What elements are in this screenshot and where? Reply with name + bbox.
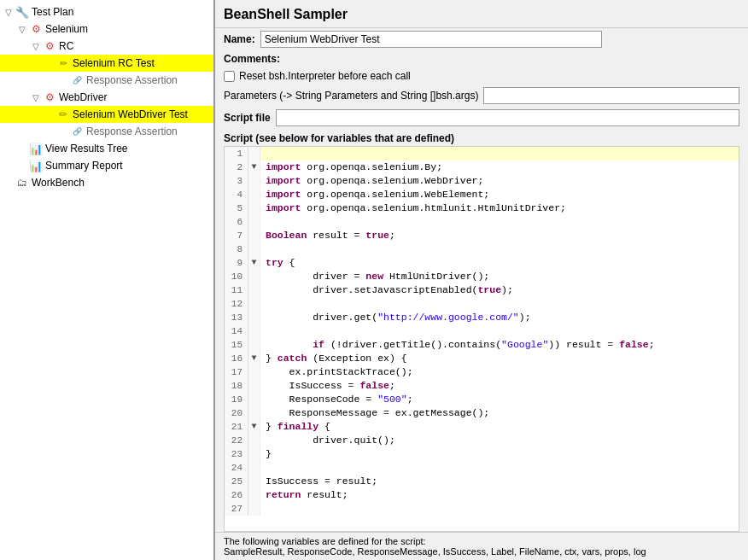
line-num-15: 15 <box>225 338 248 352</box>
code-line-21: 21 ▼ } finally { <box>225 420 739 434</box>
expand-icon-sr <box>17 160 27 171</box>
tree-label-selenium-rc-test: Selenium RC Test <box>73 57 155 69</box>
reset-checkbox[interactable] <box>224 71 235 82</box>
collapse-26 <box>248 488 260 502</box>
line-content-15: if (!driver.getTitle().contains("Google"… <box>260 338 655 352</box>
thread-icon-webdriver: ⚙ <box>43 90 56 104</box>
code-line-26: 26 return result; <box>225 488 739 502</box>
line-num-1: 1 <box>225 147 248 160</box>
collapse-5 <box>248 201 260 215</box>
assertion-icon-2: 🔗 <box>70 125 84 138</box>
tree-item-webdriver[interactable]: ▽ ⚙ WebDriver <box>0 89 213 106</box>
expand-icon-wb <box>3 178 14 188</box>
code-line-23: 23 } <box>225 447 739 461</box>
tree-label-test-plan: Test Plan <box>32 6 73 18</box>
line-content-2: import org.openqa.selenium.By; <box>260 160 442 174</box>
collapse-6 <box>248 215 260 229</box>
line-num-16: 16 <box>225 352 248 365</box>
line-content-14 <box>260 324 266 338</box>
tree-item-workbench[interactable]: 🗂 WorkBench <box>0 174 213 191</box>
collapse-27 <box>248 502 260 516</box>
code-line-8: 8 <box>225 242 739 256</box>
collapse-2[interactable]: ▼ <box>248 160 260 174</box>
code-editor[interactable]: 1 2 ▼ import org.openqa.selenium.By; 3 i… <box>224 146 739 532</box>
right-panel: BeanShell Sampler Name: Comments: Reset … <box>215 0 748 560</box>
thread-icon-selenium: ⚙ <box>29 22 43 36</box>
collapse-24 <box>248 461 260 475</box>
tree-item-selenium[interactable]: ▽ ⚙ Selenium <box>0 20 213 38</box>
tree-item-view-results-tree[interactable]: 📊 View Results Tree <box>0 140 213 157</box>
name-input[interactable] <box>260 31 602 48</box>
tree-item-summary-report[interactable]: 📊 Summary Report <box>0 157 213 174</box>
line-content-12 <box>260 297 266 311</box>
line-content-21: } finally { <box>260 420 330 434</box>
code-line-6: 6 <box>225 215 739 229</box>
thread-icon-rc: ⚙ <box>43 39 56 53</box>
tree-item-response-assertion-2[interactable]: 🔗 Response Assertion <box>0 123 213 140</box>
tree-label-selenium-webdriver-test: Selenium WebDriver Test <box>73 108 188 120</box>
code-line-27: 27 <box>225 502 739 516</box>
checkbox-label: Reset bsh.Interpreter before each call <box>239 70 411 82</box>
listener-icon-vrt: 📊 <box>29 142 43 155</box>
line-content-27 <box>260 502 266 516</box>
footer-line1: The following variables are defined for … <box>224 536 739 546</box>
line-content-17: ex.printStackTrace(); <box>260 365 413 379</box>
footer-bar: The following variables are defined for … <box>215 532 748 560</box>
code-line-15: 15 if (!driver.getTitle().contains("Goog… <box>225 338 739 352</box>
line-content-23: } <box>260 447 272 461</box>
line-content-7: Boolean result = true; <box>260 229 395 242</box>
script-file-label: Script file <box>224 112 271 124</box>
line-num-2: 2 <box>225 160 248 174</box>
tree-label-response-assertion-1: Response Assertion <box>86 74 178 86</box>
tree-label-view-results-tree: View Results Tree <box>45 143 128 155</box>
comments-label: Comments: <box>224 53 280 65</box>
expand-icon-vrt <box>17 143 27 154</box>
tree-label-rc: RC <box>59 40 73 52</box>
line-num-17: 17 <box>225 365 248 379</box>
assertion-icon-1: 🔗 <box>70 73 84 87</box>
line-num-26: 26 <box>225 488 248 502</box>
collapse-16[interactable]: ▼ <box>248 352 260 365</box>
params-input[interactable] <box>483 87 739 104</box>
line-num-6: 6 <box>225 215 248 229</box>
expand-icon-selenium-rc-test <box>44 58 55 68</box>
code-line-24: 24 <box>225 461 739 475</box>
code-line-22: 22 driver.quit(); <box>225 434 739 447</box>
tree-item-response-assertion-1[interactable]: 🔗 Response Assertion <box>0 72 213 89</box>
line-num-20: 20 <box>225 406 248 420</box>
line-num-19: 19 <box>225 393 248 406</box>
line-content-4: import org.openqa.selenium.WebElement; <box>260 188 489 201</box>
line-num-24: 24 <box>225 461 248 475</box>
line-num-18: 18 <box>225 379 248 393</box>
collapse-25 <box>248 475 260 488</box>
line-content-20: ResponseMessage = ex.getMessage(); <box>260 406 489 420</box>
name-row: Name: <box>215 28 748 50</box>
collapse-22 <box>248 434 260 447</box>
line-content-13: driver.get("http://www.google.com/"); <box>260 311 531 324</box>
collapse-3 <box>248 174 260 188</box>
line-num-14: 14 <box>225 324 248 338</box>
tree-item-rc[interactable]: ▽ ⚙ RC <box>0 38 213 55</box>
collapse-13 <box>248 311 260 324</box>
code-line-9: 9 ▼ try { <box>225 256 739 270</box>
collapse-15 <box>248 338 260 352</box>
tree-item-selenium-webdriver-test[interactable]: ✏ Selenium WebDriver Test <box>0 106 213 123</box>
code-line-10: 10 driver = new HtmlUnitDriver(); <box>225 270 739 283</box>
collapse-9[interactable]: ▼ <box>248 256 260 270</box>
footer-line2: SampleResult, ResponseCode, ResponseMess… <box>224 546 739 557</box>
code-line-1: 1 <box>225 147 739 160</box>
name-label: Name: <box>224 33 255 45</box>
code-line-5: 5 import org.openqa.selenium.htmlunit.Ht… <box>225 201 739 215</box>
expand-icon-selenium: ▽ <box>17 24 27 34</box>
collapse-10 <box>248 270 260 283</box>
collapse-21[interactable]: ▼ <box>248 420 260 434</box>
collapse-12 <box>248 297 260 311</box>
line-num-12: 12 <box>225 297 248 311</box>
line-content-25: IsSuccess = result; <box>260 475 377 488</box>
tree-item-test-plan[interactable]: ▽ 🔧 Test Plan <box>0 3 213 20</box>
line-content-19: ResponseCode = "500"; <box>260 393 413 406</box>
collapse-7 <box>248 229 260 242</box>
script-file-input[interactable] <box>276 109 739 126</box>
tree-item-selenium-rc-test[interactable]: ✏ Selenium RC Test <box>0 55 213 72</box>
expand-icon-webdriver: ▽ <box>31 92 41 102</box>
